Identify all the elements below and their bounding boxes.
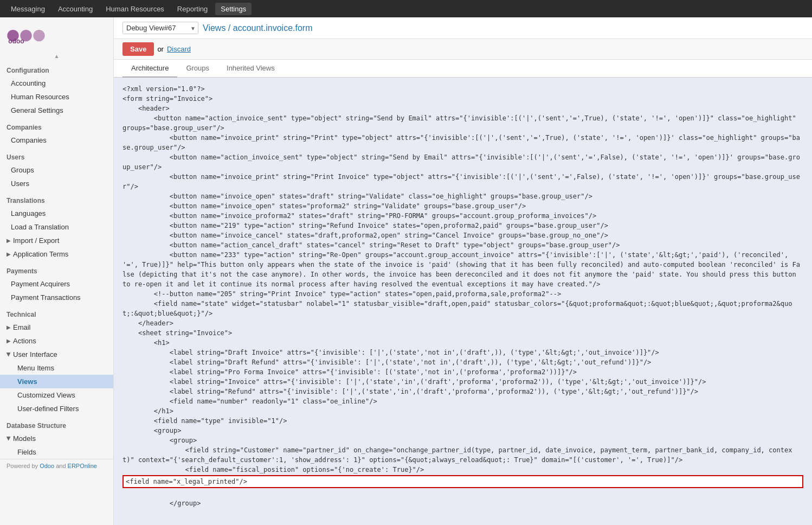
arrow-icon: ▶	[7, 338, 11, 344]
nav-item-messaging[interactable]: Messaging	[5, 3, 50, 15]
sidebar-item-views[interactable]: Views	[0, 375, 113, 388]
powered-by: Powered by Odoo and ERPOnline	[0, 459, 113, 472]
section-title-database-structure: Database Structure	[0, 418, 113, 432]
arrow-icon: ▶	[7, 238, 11, 244]
breadcrumb-prefix: Views /	[203, 23, 230, 33]
code-content: <?xml version="1.0"?> <form string="Invo…	[123, 84, 803, 508]
breadcrumb-current: account.invoice.form	[233, 23, 313, 33]
section-title-configuration: Configuration	[0, 62, 113, 76]
sidebar-item-label: Email	[13, 323, 31, 331]
discard-button[interactable]: Discard	[167, 45, 191, 53]
nav-item-human-resources[interactable]: Human Resources	[100, 3, 170, 15]
odoo-logo-icon: odoo	[7, 25, 50, 47]
sidebar-item-label: Actions	[13, 337, 36, 345]
erponline-link[interactable]: ERPOnline	[68, 463, 97, 469]
sidebar-item-payment-acquirers[interactable]: Payment Acquirers	[0, 277, 113, 291]
sidebar-item-languages[interactable]: Languages	[0, 207, 113, 220]
scroll-up-button[interactable]: ▲	[0, 52, 113, 60]
sidebar-section-database-structure: Database Structure ▶ Models Fields	[0, 418, 113, 459]
breadcrumb-title: Views / account.invoice.form	[203, 23, 312, 33]
sidebar-item-users[interactable]: Users	[0, 177, 113, 190]
section-title-payments: Payments	[0, 263, 113, 277]
logo-area: odoo	[0, 17, 113, 52]
sidebar-item-models[interactable]: ▶ Models	[0, 432, 113, 445]
sidebar-item-import-export[interactable]: ▶ Import / Export	[0, 234, 113, 247]
sidebar: odoo ▲ Configuration Accounting Human Re…	[0, 17, 114, 525]
tab-architecture[interactable]: Architecture	[123, 60, 177, 78]
arrow-icon: ▶	[6, 437, 12, 441]
save-button[interactable]: Save	[123, 42, 154, 56]
top-nav: MessagingAccountingHuman ResourcesReport…	[0, 0, 812, 17]
section-title-users: Users	[0, 149, 113, 163]
sidebar-item-accounting[interactable]: Accounting	[0, 76, 113, 90]
tabs-bar: Architecture Groups Inherited Views	[114, 60, 812, 78]
sidebar-item-label: Application Terms	[13, 250, 68, 258]
sidebar-section-configuration: Configuration Accounting Human Resources…	[0, 62, 113, 117]
sidebar-item-customized-views[interactable]: Customized Views	[0, 388, 113, 402]
nav-item-reporting[interactable]: Reporting	[172, 3, 213, 15]
sidebar-section-payments: Payments Payment Acquirers Payment Trans…	[0, 263, 113, 304]
debug-view-selector[interactable]: Debug View#67 ▼	[123, 22, 198, 34]
code-editor: <?xml version="1.0"?> <form string="Invo…	[114, 78, 812, 525]
section-title-technical: Technical	[0, 306, 113, 321]
nav-item-settings[interactable]: Settings	[215, 3, 252, 15]
sidebar-item-label: Import / Export	[13, 236, 59, 245]
sidebar-item-actions[interactable]: ▶ Actions	[0, 334, 113, 348]
sidebar-item-menu-items[interactable]: Menu Items	[0, 361, 113, 375]
breadcrumb-bar: Debug View#67 ▼ Views / account.invoice.…	[114, 17, 812, 39]
navigation-bar: MessagingAccountingHuman ResourcesReport…	[0, 0, 812, 17]
or-label: or	[157, 45, 164, 53]
svg-text:odoo: odoo	[8, 37, 24, 45]
sidebar-section-technical: Technical ▶ Email ▶ Actions ▶ User Inter…	[0, 306, 113, 415]
section-title-translations: Translations	[0, 193, 113, 207]
arrow-icon: ▶	[6, 353, 12, 357]
sidebar-item-general-settings[interactable]: General Settings	[0, 104, 113, 117]
tab-inherited-views[interactable]: Inherited Views	[218, 60, 283, 78]
sidebar-item-email[interactable]: ▶ Email	[0, 321, 113, 334]
main-panel: Debug View#67 ▼ Views / account.invoice.…	[114, 17, 812, 525]
sidebar-item-label: User Interface	[13, 350, 57, 358]
main-layout: odoo ▲ Configuration Accounting Human Re…	[0, 17, 812, 525]
sidebar-item-user-interface[interactable]: ▶ User Interface	[0, 348, 113, 361]
and-text: and	[56, 463, 66, 469]
sidebar-section-users: Users Groups Users	[0, 149, 113, 190]
arrow-icon: ▶	[7, 251, 11, 257]
sidebar-item-companies[interactable]: Companies	[0, 133, 113, 147]
sidebar-section-translations: Translations Languages Load a Translatio…	[0, 193, 113, 261]
sidebar-item-groups[interactable]: Groups	[0, 163, 113, 177]
sidebar-item-load-translation[interactable]: Load a Translation	[0, 220, 113, 234]
powered-by-text: Powered by	[7, 463, 38, 469]
sidebar-item-payment-transactions[interactable]: Payment Transactions	[0, 291, 113, 304]
tab-groups[interactable]: Groups	[177, 60, 218, 78]
sidebar-item-human-resources[interactable]: Human Resources	[0, 90, 113, 104]
arrow-icon: ▶	[7, 324, 11, 330]
sidebar-item-label: Models	[13, 434, 36, 443]
sidebar-item-user-defined-filters[interactable]: User-defined Filters	[0, 402, 113, 415]
nav-item-accounting[interactable]: Accounting	[53, 3, 98, 15]
debug-select-input[interactable]: Debug View#67	[123, 22, 198, 34]
svg-point-2	[33, 30, 44, 41]
section-title-companies: Companies	[0, 119, 113, 133]
sidebar-item-fields[interactable]: Fields	[0, 445, 113, 459]
sidebar-section-companies: Companies Companies	[0, 119, 113, 147]
action-bar: Save or Discard	[114, 39, 812, 60]
odoo-link[interactable]: Odoo	[40, 463, 54, 469]
sidebar-item-application-terms[interactable]: ▶ Application Terms	[0, 247, 113, 261]
